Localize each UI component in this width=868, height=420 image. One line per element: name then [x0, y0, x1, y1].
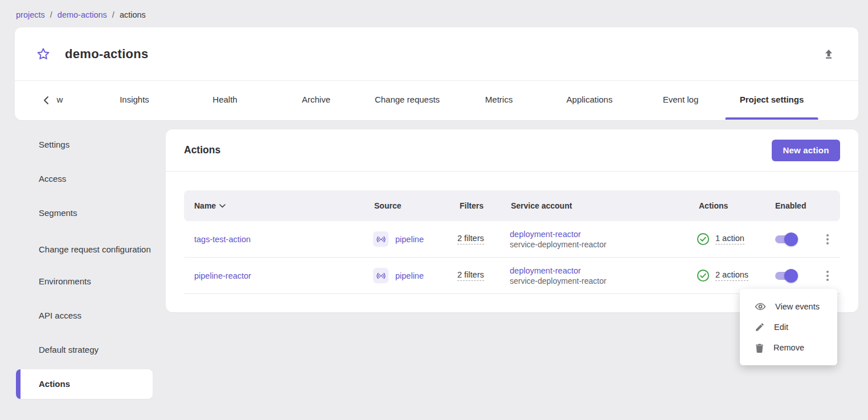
table-row: tags-test-action pipeline 2 filters depl…	[184, 221, 840, 258]
breadcrumb-separator: /	[50, 10, 52, 19]
filters-count[interactable]: 2 filters	[457, 234, 484, 244]
filters-count[interactable]: 2 filters	[457, 270, 484, 281]
pencil-icon	[755, 322, 765, 332]
source-link[interactable]: pipeline	[395, 271, 424, 280]
column-header-filters: Filters	[449, 201, 501, 210]
signal-icon	[373, 231, 388, 247]
sidebar-item-actions[interactable]: Actions	[16, 369, 153, 399]
panel-title: Actions	[184, 144, 220, 156]
new-action-button[interactable]: New action	[772, 140, 840, 161]
toggle-thumb	[784, 233, 798, 246]
tabs-scroll-left-button[interactable]	[40, 93, 52, 107]
menu-item-label: View events	[775, 302, 820, 311]
project-tabs: w Insights Health Archive Change request…	[15, 81, 858, 120]
check-circle-icon	[697, 269, 710, 282]
row-context-menu: View events Edit Remove	[740, 289, 837, 365]
breadcrumb-separator: /	[112, 10, 114, 19]
menu-item-label: Edit	[774, 323, 788, 332]
service-account-username: service-deployment-reactor	[510, 276, 607, 286]
tab-project-settings[interactable]: Project settings	[740, 81, 804, 117]
tab-health[interactable]: Health	[212, 81, 237, 117]
project-header-card: demo-actions w Insights Health Archive C…	[15, 27, 858, 120]
project-title-row: demo-actions	[15, 27, 858, 81]
actions-panel-header: Actions New action	[166, 129, 858, 172]
sidebar-item-access[interactable]: Access	[16, 164, 153, 194]
column-header-source: Source	[364, 201, 449, 210]
column-header-name[interactable]: Name	[184, 201, 364, 210]
actions-count[interactable]: 1 action	[715, 234, 744, 244]
actions-count[interactable]: 2 actions	[715, 270, 748, 281]
star-outline-icon	[36, 47, 51, 62]
actions-table: Name Source Filters Service account Acti…	[184, 190, 840, 294]
breadcrumb-demo-actions[interactable]: demo-actions	[58, 10, 107, 19]
favorite-star-button[interactable]	[35, 46, 51, 62]
breadcrumb: projects / demo-actions / actions	[16, 10, 146, 19]
menu-item-edit[interactable]: Edit	[740, 317, 837, 337]
check-circle-icon	[697, 233, 710, 246]
toggle-thumb	[784, 269, 798, 283]
enabled-toggle[interactable]	[775, 271, 797, 280]
sidebar-item-default-strategy[interactable]: Default strategy	[16, 335, 153, 365]
tab-applications[interactable]: Applications	[567, 81, 613, 117]
service-account-link[interactable]: deployment-reactor	[510, 266, 607, 275]
row-menu-button[interactable]	[820, 229, 836, 250]
trash-icon	[755, 342, 764, 353]
sidebar-item-api-access[interactable]: API access	[16, 301, 153, 331]
tab-overview-partial[interactable]: w	[57, 81, 63, 117]
upload-icon	[823, 48, 834, 60]
eye-icon	[755, 301, 766, 312]
menu-item-view-events[interactable]: View events	[740, 296, 837, 317]
column-header-service-account: Service account	[501, 201, 689, 210]
sort-chevron-down-icon	[219, 204, 226, 208]
menu-item-remove[interactable]: Remove	[740, 337, 837, 358]
tab-archive[interactable]: Archive	[302, 81, 330, 117]
page-title: demo-actions	[65, 47, 149, 62]
breadcrumb-actions: actions	[120, 10, 146, 19]
sidebar-item-segments[interactable]: Segments	[16, 198, 153, 228]
service-account-link[interactable]: deployment-reactor	[510, 230, 607, 239]
source-link[interactable]: pipeline	[395, 235, 424, 244]
breadcrumb-projects[interactable]: projects	[16, 10, 45, 19]
signal-icon	[373, 268, 388, 283]
actions-panel: Actions New action Name Source Filters S…	[166, 129, 858, 312]
enabled-toggle[interactable]	[775, 235, 797, 244]
settings-sidebar: Settings Access Segments Change request …	[16, 130, 153, 403]
column-header-actions: Actions	[689, 201, 765, 210]
tab-event-log[interactable]: Event log	[663, 81, 699, 117]
table-header-row: Name Source Filters Service account Acti…	[184, 190, 840, 221]
sidebar-item-settings[interactable]: Settings	[16, 130, 153, 160]
active-tab-indicator	[726, 117, 818, 120]
menu-item-label: Remove	[773, 343, 804, 352]
action-name-link[interactable]: pipeline-reactor	[194, 271, 251, 280]
chevron-left-icon	[43, 96, 50, 105]
tab-insights[interactable]: Insights	[120, 81, 149, 117]
tab-change-requests[interactable]: Change requests	[375, 81, 440, 117]
tab-metrics[interactable]: Metrics	[485, 81, 513, 117]
sidebar-item-environments[interactable]: Environments	[16, 267, 153, 296]
action-name-link[interactable]: tags-test-action	[194, 235, 251, 244]
service-account-username: service-deployment-reactor	[510, 240, 607, 249]
column-header-name-label: Name	[194, 201, 216, 210]
sidebar-item-change-request-configuration[interactable]: Change request configuration	[16, 233, 153, 267]
row-menu-button[interactable]	[820, 266, 836, 286]
export-button[interactable]	[820, 45, 838, 63]
column-header-enabled: Enabled	[765, 201, 814, 210]
